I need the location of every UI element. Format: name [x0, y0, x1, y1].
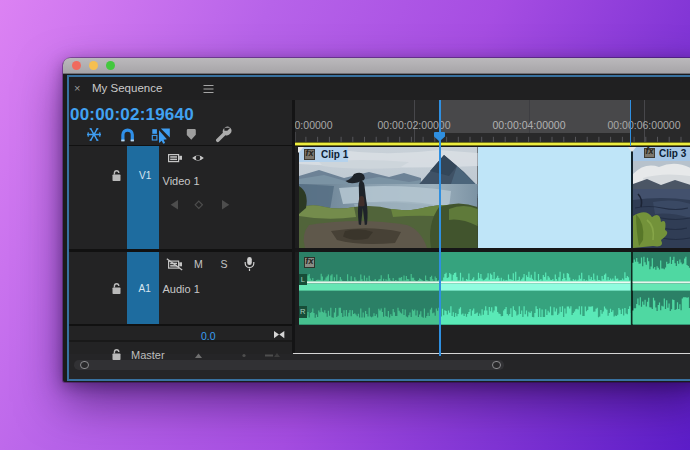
- svg-text:M: M: [194, 258, 203, 270]
- svg-text:S: S: [220, 258, 227, 270]
